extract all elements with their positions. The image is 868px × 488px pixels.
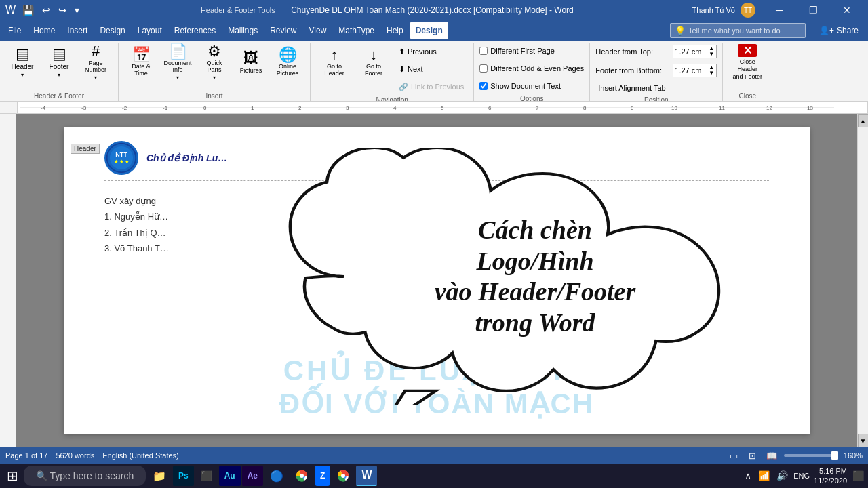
insert-alignment-tab-button[interactable]: Insert Alignment Tab <box>595 81 668 95</box>
left-ruler <box>0 114 16 447</box>
options-group-label: Options <box>479 94 584 102</box>
restore-button[interactable]: ❐ <box>797 0 829 20</box>
network-icon[interactable]: 📶 <box>757 469 771 483</box>
svg-text:5: 5 <box>441 105 444 111</box>
link-to-previous-button[interactable]: 🔗 Link to Previous <box>395 79 468 95</box>
taskbar-search[interactable]: 🔍 Type here to search <box>24 466 146 486</box>
body-line-2: 2. Trần Thị Q… <box>104 225 769 241</box>
header-button[interactable]: ▤ Header ▾ <box>5 43 39 81</box>
ribbon-group-content: ▤ Header ▾ ▤ Footer ▾ # Page Number ▾ <box>5 43 113 91</box>
go-to-footer-button[interactable]: ↓ Go toFooter <box>355 43 392 81</box>
svg-text:8: 8 <box>583 105 587 111</box>
different-first-page-checkbox[interactable] <box>479 47 488 55</box>
zoom-thumb[interactable] <box>831 451 838 460</box>
taskbar-audition[interactable]: Au <box>219 466 241 486</box>
menu-home[interactable]: Home <box>28 22 60 39</box>
goto-header-icon: ↑ <box>331 47 338 62</box>
scroll-up[interactable]: ▲ <box>858 114 869 127</box>
volume-icon[interactable]: 🔊 <box>775 469 789 483</box>
taskbar-file-explorer[interactable]: 📁 <box>147 466 172 486</box>
ribbon-options-group: Different First Page Different Odd & Eve… <box>474 43 590 101</box>
svg-point-29 <box>341 474 345 478</box>
menu-design[interactable]: Design <box>94 22 130 39</box>
footer-button[interactable]: ▤ Footer ▾ <box>42 43 76 81</box>
go-to-header-button[interactable]: ↑ Go toHeader <box>316 43 353 81</box>
header-from-top-input[interactable]: 1.27 cm ▲ ▼ <box>673 45 717 58</box>
menu-references[interactable]: References <box>169 22 221 39</box>
language: English (United States) <box>102 451 179 460</box>
lang-indicator[interactable]: ENG <box>793 472 810 480</box>
footer-from-bottom-input[interactable]: 1.27 cm ▲ ▼ <box>673 64 717 77</box>
statusbar-right: ▭ ⊡ 📖 160% <box>727 449 863 462</box>
ribbon-nav-content: ↑ Go toHeader ↓ Go toFooter ⬆ Previous ⬇… <box>316 43 468 95</box>
date-time-button[interactable]: 📅 Date &Time <box>124 43 158 81</box>
taskbar-zalo[interactable]: Z <box>315 466 330 486</box>
redo-icon[interactable]: ↪ <box>56 3 69 17</box>
menu-mathtype[interactable]: MathType <box>333 22 380 39</box>
svg-text:2: 2 <box>298 105 302 111</box>
taskbar-chrome2[interactable] <box>332 466 355 486</box>
titlebar: W 💾 ↩ ↪ ▾ Header & Footer Tools ChuyenDe… <box>0 0 868 20</box>
header-top-down[interactable]: ▼ <box>708 52 715 57</box>
share-button[interactable]: 👤+ Share <box>812 23 865 38</box>
tell-me-field[interactable] <box>688 26 797 35</box>
undo-icon[interactable]: ↩ <box>39 3 53 17</box>
right-scrollbar[interactable]: ▲ ▼ <box>857 114 868 447</box>
menu-file[interactable]: File <box>3 22 26 39</box>
menu-view[interactable]: View <box>304 22 332 39</box>
titlebar-left: W 💾 ↩ ↪ ▾ <box>5 3 82 17</box>
taskbar-ae[interactable]: Ae <box>242 466 263 486</box>
page-container[interactable]: Header NTT ★ ★ ★ Chủ đề Định Lu… GV xây … <box>16 114 857 447</box>
next-button[interactable]: ⬇ Next <box>395 61 468 77</box>
previous-button[interactable]: ⬆ Previous <box>395 43 468 60</box>
watermark-line1: CHỦ ĐỀ LUẬT OHM <box>279 354 595 387</box>
customize-qa[interactable]: ▾ <box>72 3 82 17</box>
taskbar-photoshop[interactable]: Ps <box>173 466 194 486</box>
taskbar-chrome[interactable] <box>290 466 313 486</box>
close-button[interactable]: ✕ <box>831 0 863 20</box>
ribbon-insert-content: 📅 Date &Time 📄 DocumentInfo ▾ ⚙ QuickPar… <box>124 43 304 91</box>
footer-bottom-down[interactable]: ▼ <box>708 70 715 76</box>
save-icon[interactable]: 💾 <box>20 3 37 17</box>
ribbon-insert-group: 📅 Date &Time 📄 DocumentInfo ▾ ⚙ QuickPar… <box>119 43 311 101</box>
scroll-down[interactable]: ▼ <box>858 434 869 447</box>
zoom-slider[interactable] <box>784 454 838 457</box>
web-view[interactable]: ⊡ <box>746 449 760 462</box>
page-number-button[interactable]: # Page Number ▾ <box>79 43 113 81</box>
next-icon: ⬇ <box>399 65 405 74</box>
document-info-button[interactable]: 📄 DocumentInfo ▾ <box>161 43 195 81</box>
menu-review[interactable]: Review <box>264 22 302 39</box>
taskbar-app6[interactable]: 🔵 <box>264 466 289 486</box>
different-odd-even-option[interactable]: Different Odd & Even Pages <box>479 61 584 76</box>
pictures-button[interactable]: 🖼 Pictures <box>234 43 268 81</box>
taskbar-terminal[interactable]: ⬛ <box>195 466 218 486</box>
word-count: 5620 words <box>56 451 94 460</box>
footer-from-bottom-row: Footer from Bottom: 1.27 cm ▲ ▼ <box>595 62 717 79</box>
tell-me-input[interactable]: 💡 <box>670 23 806 38</box>
show-desktop[interactable]: ⬛ <box>851 469 865 483</box>
menu-layout[interactable]: Layout <box>132 22 167 39</box>
close-header-footer-button[interactable]: ✕ Close Headerand Footer <box>728 43 766 81</box>
menu-mailings[interactable]: Mailings <box>222 22 263 39</box>
quick-access-toolbar: 💾 ↩ ↪ ▾ <box>20 3 82 17</box>
online-pictures-button[interactable]: 🌐 OnlinePictures <box>271 43 304 81</box>
minimize-button[interactable]: ─ <box>764 0 795 20</box>
show-document-text-option[interactable]: Show Document Text <box>479 79 561 94</box>
show-document-text-checkbox[interactable] <box>479 82 488 90</box>
read-view[interactable]: 📖 <box>765 449 778 462</box>
footer-bottom-spinner[interactable]: ▲ ▼ <box>708 65 715 76</box>
quick-parts-button[interactable]: ⚙ QuickParts ▾ <box>197 43 231 81</box>
header-top-spinner[interactable]: ▲ ▼ <box>708 46 715 57</box>
different-odd-even-checkbox[interactable] <box>479 64 488 73</box>
ribbon-position-group: Header from Top: 1.27 cm ▲ ▼ Footer from… <box>590 43 723 101</box>
different-first-page-option[interactable]: Different First Page <box>479 43 555 58</box>
date-time-icon: 📅 <box>132 47 151 62</box>
print-layout-view[interactable]: ▭ <box>727 449 741 462</box>
menu-design-active[interactable]: Design <box>410 22 448 39</box>
taskbar-word[interactable]: W <box>356 466 377 486</box>
hidden-icons[interactable]: ∧ <box>743 469 753 483</box>
menu-help[interactable]: Help <box>381 22 409 39</box>
goto-col: ↑ Go toHeader <box>316 43 353 81</box>
menu-insert[interactable]: Insert <box>62 22 93 39</box>
windows-start-button[interactable]: ⊞ <box>3 466 22 486</box>
